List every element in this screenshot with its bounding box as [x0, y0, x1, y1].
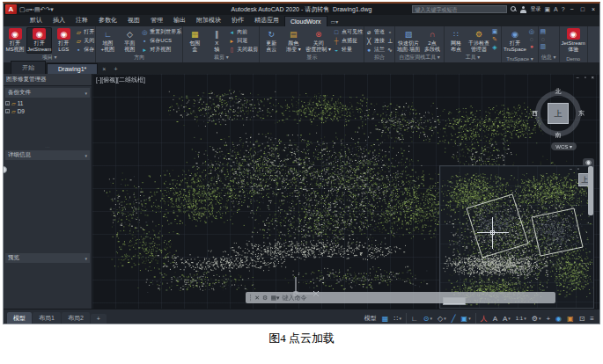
ribbon-tab-extra-icon[interactable]: ▭▾	[327, 17, 342, 26]
command-grip[interactable]: ┆	[248, 295, 252, 302]
bounding-box-button[interactable]: ▦包围盒	[184, 27, 205, 54]
customize-menu-icon[interactable]: ≡	[588, 314, 596, 324]
viewcube-south[interactable]: 南	[555, 131, 562, 140]
snap-mode-icon[interactable]: ∷▾	[392, 314, 403, 324]
sign-in-link[interactable]: 登录	[530, 5, 540, 13]
workspace-switch-icon[interactable]: ⚙▾	[530, 314, 543, 324]
ribbon-tab-协作[interactable]: 协作	[226, 14, 249, 26]
project-open-button[interactable]: ▱打开	[75, 28, 94, 36]
open-ms-view-button[interactable]: ◉打开MS视图	[4, 27, 26, 54]
annotation-scale-icon[interactable]: 1:1▾	[514, 315, 528, 322]
help-icon[interactable]: ?	[562, 4, 565, 14]
clash-manager-button[interactable]: ⚙干涉检查管理器	[467, 27, 490, 54]
clip-off-button[interactable]: ▯关闭裁剪	[228, 46, 258, 54]
viewport-controls-label[interactable]: [-][俯视][二维线框]	[96, 76, 145, 84]
annotation-visibility-icon[interactable]: A	[491, 314, 499, 324]
backup-files-header[interactable]: 备份文件▾	[5, 88, 90, 98]
autocad-logo-icon[interactable]: A	[5, 4, 17, 14]
polar-tracking-icon[interactable]: ⊙▾	[422, 314, 434, 324]
command-customize-icon[interactable]: ⚙	[262, 295, 268, 302]
info-extra-2-button[interactable]: ◌	[540, 36, 548, 42]
preview-header[interactable]: 预览▾	[5, 253, 90, 263]
project-save-button[interactable]: ▪保存	[75, 46, 94, 54]
ribbon-tab-管理[interactable]: 管理	[145, 14, 168, 26]
expand-icon[interactable]: +	[5, 109, 10, 113]
graphics-performance-icon[interactable]: ◉	[554, 314, 563, 324]
object-snap-icon[interactable]: ▣▾	[460, 314, 473, 324]
new-file-icon[interactable]: ▢	[19, 6, 26, 12]
save-ucs-button[interactable]: ▪保存UCS	[141, 37, 181, 45]
plot-icon[interactable]: ▤	[34, 6, 40, 12]
autodesk-a-icon[interactable]: A	[554, 4, 558, 14]
command-close-icon[interactable]: ✕	[254, 295, 260, 302]
plan-view-button[interactable]: ◇平面视图	[119, 27, 140, 54]
ribbon-tab-注释[interactable]: 注释	[70, 14, 93, 26]
grid-display-icon[interactable]: ▦	[380, 314, 391, 324]
open-lgs-button[interactable]: ◉打开LGS	[53, 27, 74, 54]
truspace-extra-3-button[interactable]: ●	[528, 43, 537, 49]
subwindow-scrollbar[interactable]	[588, 166, 593, 215]
truspace-extra-1-button[interactable]: ◎	[528, 28, 537, 35]
tab-start[interactable]: 开始	[11, 61, 46, 74]
ribbon-group-label[interactable]: 工具 ▾	[445, 54, 500, 62]
subwindow-point-cloud-canvas[interactable]	[440, 166, 594, 309]
ribbon-tab-输出[interactable]: 输出	[168, 14, 191, 26]
fit-connect-button[interactable]: ╳连接⊥	[365, 37, 393, 45]
density-control-off-button[interactable]: ⊗关闭密度控制 ▾	[305, 27, 332, 54]
clip-back-button[interactable]: ▸回退	[228, 37, 258, 45]
info-extra-3-button[interactable]: ▥	[540, 43, 548, 50]
ortho-mode-icon[interactable]: ∟	[409, 314, 420, 324]
object-snap-tracking-icon[interactable]: ╱	[450, 314, 458, 324]
command-input[interactable]: 键入命令	[283, 294, 553, 302]
restore-button[interactable]: □	[579, 6, 586, 12]
tool-extra-2-button[interactable]: ✎	[491, 36, 500, 43]
annotation-monitor-icon[interactable]: 人	[479, 313, 489, 324]
ribbon-tab-cloudworx[interactable]: CloudWorx	[284, 16, 327, 26]
tool-extra-1-button[interactable]: ▣	[491, 28, 500, 35]
clean-screen-icon[interactable]: ⊡	[577, 314, 587, 324]
details-header[interactable]: 详细信息▾	[5, 150, 90, 160]
layout-add-button[interactable]: +	[91, 314, 107, 324]
tree-item-11[interactable]: +▱11	[5, 99, 90, 107]
app-store-icon[interactable]: ▣	[544, 4, 550, 14]
layout-tab-布局2[interactable]: 布局2	[62, 312, 90, 324]
ribbon-tab-插入[interactable]: 插入	[48, 14, 70, 26]
viewcube-east[interactable]: 东	[578, 109, 585, 118]
layout-tab-模型[interactable]: 模型	[7, 312, 32, 324]
subwindow-window-buttons[interactable]: − ▫	[570, 166, 581, 171]
tree-item-D9[interactable]: +▱D9	[5, 107, 90, 115]
fit-connect-extra-icon[interactable]: ⊥	[386, 38, 393, 45]
color-map-button[interactable]: ▤颜色渐变 ▾	[283, 27, 304, 54]
point-snap-button[interactable]: ┼点捕捉	[333, 37, 363, 45]
search-input[interactable]	[412, 5, 507, 13]
fit-pipe-extra-icon[interactable]: ▫	[386, 29, 393, 35]
wcs-menu[interactable]: WCS ▾	[551, 142, 577, 150]
tab-drawing1[interactable]: Drawing1*	[47, 63, 98, 74]
grid-points-button[interactable]: ∷网格布点	[445, 27, 467, 54]
command-recent-icon[interactable]: ▦▾	[270, 295, 279, 302]
search-icon[interactable]	[511, 6, 517, 12]
ribbon-tab-参数化[interactable]: 参数化	[93, 14, 122, 26]
info-extra-1-button[interactable]: ▤	[540, 28, 548, 35]
viewport-window-buttons[interactable]: − ▫ ×	[577, 75, 596, 80]
reset-world-ucs-button[interactable]: ◎重置到世界系	[141, 28, 181, 36]
clip-forward-button[interactable]: ◂向前	[228, 28, 258, 36]
two-point-polyline-button[interactable]: ∩2点多段线	[422, 27, 443, 54]
ribbon-group-label[interactable]: 裁剪 ▾	[184, 54, 258, 62]
command-line[interactable]: ┆ ✕ ⚙ ▦▾ 键入命令	[246, 292, 555, 303]
viewcube[interactable]: 北 南 西 东 上	[533, 88, 584, 139]
fit-flange-button[interactable]: ●法兰∿	[365, 46, 393, 54]
fit-flange-extra-icon[interactable]: ∿	[386, 47, 393, 54]
project-close-button[interactable]: ▱关闭	[75, 37, 94, 45]
model-space-toggle[interactable]: 模型	[363, 313, 379, 324]
ribbon-tab-默认[interactable]: 默认	[25, 14, 48, 26]
ribbon-tab-精选应用[interactable]: 精选应用	[249, 14, 284, 26]
tab-close-icon[interactable]: ×	[99, 64, 109, 74]
account-icon[interactable]	[520, 6, 526, 13]
x-axis-button[interactable]: ∥X轴	[206, 27, 227, 54]
isodraft-icon[interactable]: ◇▾	[436, 314, 448, 324]
viewcube-west[interactable]: 西	[532, 109, 538, 118]
align-view-button[interactable]: ▸对齐视图	[141, 46, 181, 54]
open-truspace-button[interactable]: ◉打开TruSpace	[503, 27, 527, 55]
annotation-autoscale-icon[interactable]: A▾	[501, 314, 512, 324]
